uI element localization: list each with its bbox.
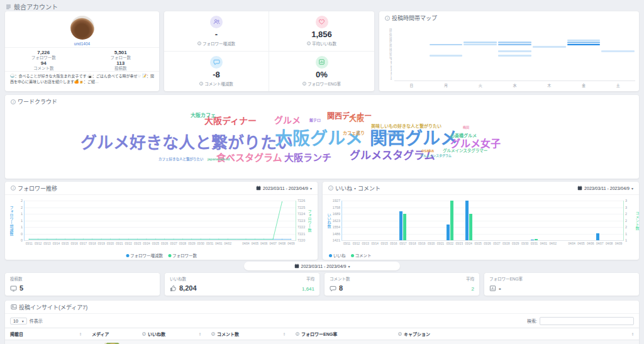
x-axis-tick: 04/09 (615, 242, 622, 245)
page-size-select[interactable]: 10▾ (10, 318, 27, 325)
insight-table: 掲載日▲▼ メディア iいいね数▲▼ iコメント数▲▼ iフォロワーENG率 i… (5, 328, 639, 344)
likes-bar[interactable] (531, 240, 534, 240)
heatmap-cell[interactable] (430, 44, 463, 46)
date-range-picker[interactable]: 2023/03/11 - 2023/04/9 ▾ (577, 186, 633, 191)
panel-title: ワードクラウド (18, 97, 57, 106)
info-icon[interactable]: i (142, 332, 146, 336)
legend-item[interactable]: フォロワー数 (168, 252, 197, 258)
wordcloud-word: グルメインスタグラマー (443, 149, 487, 153)
gridline (342, 201, 623, 201)
legend-item[interactable]: いいね (329, 252, 346, 258)
x-axis-tick: 03/15 (380, 242, 387, 245)
wordcloud-word: グルメ (274, 116, 301, 125)
wordcloud-word: グルメ女子 (450, 139, 501, 149)
heatmap-cell[interactable] (464, 42, 497, 43)
kpi-value: - (215, 30, 218, 39)
y-axis-tick-right: 7220 (297, 238, 305, 242)
legend-item[interactable]: コメント (351, 252, 372, 258)
y-axis-tick-right: 2 (625, 212, 627, 216)
search-input[interactable] (540, 317, 634, 325)
x-axis-tick: 04/05 (252, 242, 258, 245)
date-range-picker[interactable]: 2023/03/11 - 2023/04/9 ▾ (256, 186, 312, 191)
heatmap-cell[interactable] (567, 42, 601, 43)
x-axis-tick: 03/22 (447, 242, 453, 245)
col-header-likes[interactable]: iいいね数▲▼ (137, 328, 206, 340)
heatmap-day-label: 日 (394, 82, 429, 88)
cell-comments: 2 (206, 340, 291, 344)
heart-icon (316, 16, 328, 28)
likes-bar[interactable] (465, 201, 469, 240)
x-axis-tick: 03/29 (512, 242, 519, 245)
calendar-icon (256, 186, 261, 191)
comments-bar[interactable] (469, 214, 472, 240)
following-count-label: フォロー数 (82, 55, 160, 60)
monitor-icon (10, 285, 17, 292)
page-size-suffix: 件表示 (30, 318, 43, 324)
heatmap-cell[interactable] (498, 50, 531, 52)
x-axis-tick: 04/07 (596, 242, 603, 245)
heatmap-cell[interactable] (567, 44, 601, 46)
x-axis-tick: 03/21 (116, 242, 123, 245)
calendar-icon (294, 264, 299, 269)
x-axis-tick: 03/13 (362, 242, 369, 245)
stat-label: いいね数 (170, 275, 186, 282)
col-header-media[interactable]: メディア (87, 328, 137, 340)
x-axis-tick: 03/19 (97, 242, 104, 245)
heatmap-cell[interactable] (498, 44, 531, 46)
profile-username-link[interactable]: und1404 (5, 42, 159, 46)
likes-bar[interactable] (447, 225, 450, 240)
info-icon[interactable]: i (307, 42, 311, 45)
info-icon[interactable]: i (11, 99, 16, 104)
kpi-label: フォロワー増減数 (203, 40, 235, 47)
global-date-range-picker[interactable]: 2023/03/11 - 2023/04/9 ▾ (244, 262, 400, 270)
info-icon[interactable]: i (211, 332, 215, 336)
likes-bar[interactable] (596, 233, 599, 240)
info-icon[interactable]: i (296, 332, 299, 336)
likes-bar[interactable] (399, 211, 402, 240)
y-axis-tick-left: 1689 (333, 212, 340, 216)
panel-title: フォロワー推移 (18, 184, 57, 192)
gridline (342, 221, 623, 221)
heatmap-cell[interactable] (430, 55, 463, 57)
col-header-eng-rate[interactable]: iフォロワーENG率 (291, 328, 393, 340)
kpi-value: 0% (316, 70, 328, 79)
wordcloud-word: グルメ好きな人と繋がりたい (80, 135, 293, 151)
y-axis-tick-right: 7222 (297, 225, 305, 229)
info-icon[interactable]: i (11, 186, 16, 191)
comment-count: 94 (5, 60, 82, 66)
info-icon[interactable]: i (398, 332, 402, 336)
profile-stats: 7,226 フォロワー数 94 コメント数 5,501 フォロー数 113 投稿… (5, 50, 159, 71)
y-axis-tick-left: 0 (21, 238, 23, 242)
heatmap-cell[interactable] (498, 42, 531, 43)
heatmap-cell[interactable] (464, 44, 497, 46)
info-icon[interactable]: i (385, 16, 390, 21)
x-axis-tick: 03/31 (206, 242, 213, 245)
col-header-date[interactable]: 掲載日▲▼ (5, 328, 87, 340)
comments-bar[interactable] (450, 201, 453, 240)
engagement-icon (316, 56, 328, 69)
kpi-eng-rate: 0% iフォロワーENG率 (269, 52, 374, 92)
heatmap-cell[interactable] (498, 55, 531, 57)
heatmap-cell[interactable] (533, 46, 566, 48)
legend-item[interactable]: フォロワー増減数 (126, 252, 163, 258)
kpi-label: フォロワーENG率 (308, 80, 341, 87)
info-icon[interactable]: i (197, 42, 201, 45)
heatmap-cell[interactable] (601, 50, 635, 52)
wordcloud-word: osaka (421, 148, 434, 153)
y-axis-tick-left: 0 (21, 232, 23, 236)
following-count: 5,501 (82, 50, 160, 55)
info-icon[interactable]: i (303, 82, 306, 86)
stat-avg-value: 2 (472, 286, 474, 292)
kpi-avg-likes: 1,856 i平均いいね数 (269, 11, 374, 52)
col-header-comments[interactable]: iコメント数▲▼ (206, 328, 291, 340)
heatmap-cell[interactable] (567, 40, 601, 42)
col-header-caption[interactable]: iキャプション▲▼ (393, 328, 639, 340)
info-icon[interactable]: i (199, 82, 203, 86)
comments-bar[interactable] (535, 239, 538, 240)
divider (5, 47, 159, 48)
heatmap-axis-line (394, 80, 635, 81)
comments-bar[interactable] (403, 214, 406, 240)
x-axis-tick: 03/26 (484, 242, 491, 245)
info-icon[interactable]: i (328, 186, 333, 191)
x-axis-tick: 03/19 (418, 242, 425, 245)
